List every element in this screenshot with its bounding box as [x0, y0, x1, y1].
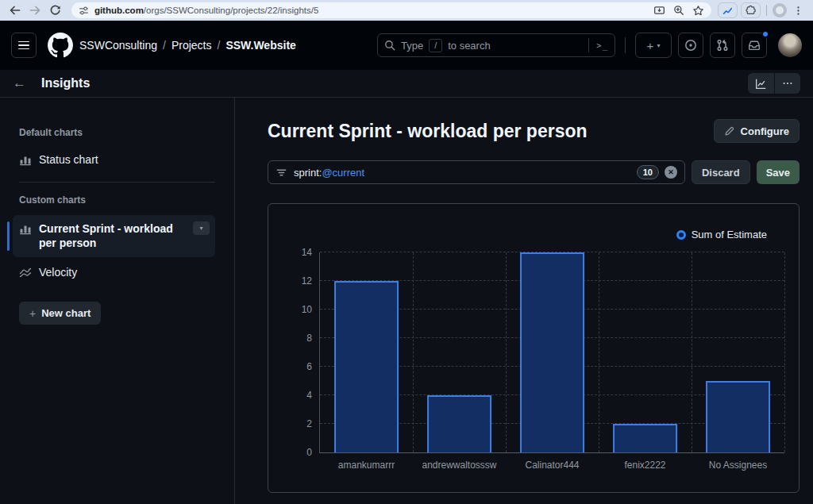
header-divider [625, 37, 626, 53]
y-tick-label: 0 [306, 447, 312, 458]
breadcrumb-project-name[interactable]: SSW.Website [225, 39, 295, 52]
search-icon [384, 40, 395, 51]
sidebar-item-status-chart[interactable]: Status chart [19, 148, 215, 171]
y-tick-label: 2 [306, 418, 312, 429]
bar-chart-icon [19, 222, 32, 235]
sidebar-divider [19, 182, 215, 183]
page-title: Current Sprint - workload per person [268, 121, 588, 142]
browser-profile-icon[interactable] [773, 3, 786, 17]
x-tick-label: Calinator444 [525, 460, 579, 471]
custom-charts-label: Custom charts [19, 194, 215, 206]
new-chart-button[interactable]: + New chart [19, 302, 101, 325]
browser-menu-kebab-icon[interactable] [790, 2, 807, 19]
filter-query-input[interactable]: sprint:@current 10 ✕ [268, 160, 685, 184]
git-pull-request-icon [716, 39, 729, 52]
chart-bar [334, 281, 399, 452]
clear-filter-icon[interactable]: ✕ [665, 166, 677, 179]
caret-down-icon: ▾ [199, 225, 202, 232]
more-options-button[interactable] [774, 73, 800, 94]
hamburger-icon [18, 41, 29, 50]
pinned-extension-icon[interactable] [718, 2, 738, 18]
save-button[interactable]: Save [757, 160, 800, 184]
issue-opened-icon [684, 39, 697, 52]
url-path: /orgs/SSWConsulting/projects/22/insights… [144, 6, 319, 15]
insights-header: ← Insights [0, 70, 813, 98]
x-tick-label: fenix2222 [624, 460, 665, 471]
area-chart-icon [19, 266, 32, 279]
line-chart-icon [755, 78, 767, 90]
search-placeholder-prefix: Type [401, 40, 423, 52]
plot-area: 02468101214 amankumarrrandrewwaltossswCa… [319, 252, 784, 453]
insights-title: Insights [41, 76, 90, 90]
sidebar-item-label: Current Sprint - workload per person [39, 221, 188, 250]
discard-button[interactable]: Discard [692, 160, 750, 184]
back-arrow-icon[interactable]: ← [13, 75, 35, 91]
y-tick-label: 10 [302, 304, 312, 315]
hamburger-menu-button[interactable] [11, 33, 37, 58]
url-text: github.com/orgs/SSWConsulting/projects/2… [94, 6, 319, 15]
extensions-puzzle-icon[interactable] [741, 2, 761, 18]
breadcrumb-org[interactable]: SSWConsulting [79, 39, 157, 52]
configure-button[interactable]: Configure [714, 119, 800, 143]
result-count-badge: 10 [637, 165, 659, 179]
chart-item-menu-button[interactable]: ▾ [193, 221, 210, 235]
filter-query-value: @current [322, 167, 364, 179]
filter-icon [275, 167, 287, 179]
browser-chrome: github.com/orgs/SSWConsulting/projects/2… [0, 0, 813, 21]
github-header: SSWConsulting / Projects / SSW.Website T… [0, 21, 813, 70]
y-tick-label: 4 [306, 390, 312, 401]
gridline-vertical [692, 252, 692, 452]
chrome-separator [766, 5, 767, 16]
chart-bar [520, 252, 585, 452]
x-axis-labels: amankumarrrandrewwaltossswCalinator444fe… [320, 452, 784, 471]
zoom-icon[interactable] [673, 5, 684, 16]
legend-marker-icon [676, 230, 686, 240]
pencil-icon [724, 125, 735, 137]
browser-forward-button[interactable] [26, 2, 43, 19]
sidebar-item-velocity[interactable]: Velocity [19, 260, 215, 284]
charts-sidebar: Default charts Status chart Custom chart… [0, 98, 235, 504]
y-tick-label: 8 [306, 333, 312, 344]
configure-label: Configure [741, 125, 789, 137]
breadcrumb: SSWConsulting / Projects / SSW.Website [79, 39, 296, 52]
slash-keycap: / [429, 39, 442, 52]
gridline-vertical [506, 252, 507, 452]
inbox-icon [748, 39, 761, 52]
x-tick-label: andrewwaltosssw [422, 460, 496, 471]
github-logo-icon[interactable] [48, 33, 73, 58]
sidebar-item-current-sprint[interactable]: Current Sprint - workload per person ▾ [13, 215, 215, 257]
y-axis-labels: 02468101214 [282, 252, 312, 452]
global-search-input[interactable]: Type / to search >_ [377, 33, 615, 57]
sidebar-item-label: Velocity [39, 266, 77, 279]
bookmark-star-icon[interactable] [692, 5, 704, 17]
command-palette-icon[interactable]: >_ [588, 38, 608, 52]
y-tick-label: 14 [302, 247, 312, 258]
filter-query-text: sprint:@current [294, 167, 364, 179]
notification-dot [761, 30, 769, 38]
plus-icon: + [647, 39, 654, 52]
x-tick-label: No Assignees [709, 460, 767, 471]
bar-chart-icon [19, 153, 32, 166]
send-to-device-icon[interactable] [653, 5, 665, 17]
chart-bar [706, 381, 771, 452]
create-new-button[interactable]: + ▾ [635, 33, 672, 58]
address-bar[interactable]: github.com/orgs/SSWConsulting/projects/2… [71, 2, 711, 18]
chart-view-button[interactable] [748, 73, 774, 94]
site-info-icon[interactable] [79, 6, 89, 16]
sidebar-item-label: Status chart [39, 153, 98, 166]
url-domain: github.com [94, 6, 144, 15]
y-tick-label: 6 [306, 361, 312, 372]
pull-requests-button[interactable] [710, 33, 735, 58]
issues-button[interactable] [678, 33, 703, 58]
breadcrumb-projects[interactable]: Projects [171, 39, 212, 52]
user-avatar[interactable] [778, 33, 802, 57]
chart-legend: Sum of Estimate [676, 229, 767, 240]
search-placeholder-suffix: to search [448, 40, 490, 52]
browser-back-button[interactable] [6, 2, 23, 19]
default-charts-label: Default charts [19, 127, 215, 138]
y-tick-label: 12 [302, 275, 312, 287]
browser-reload-button[interactable] [47, 2, 64, 19]
plus-icon: + [29, 307, 36, 320]
ellipsis-icon [782, 78, 793, 89]
inbox-button[interactable] [742, 33, 767, 58]
